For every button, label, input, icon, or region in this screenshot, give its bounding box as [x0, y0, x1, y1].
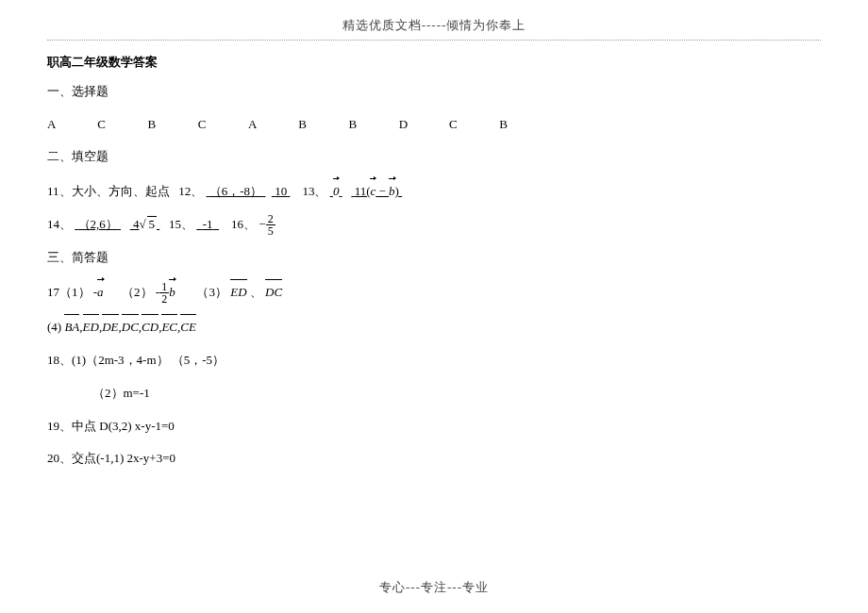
q17-4-vec: CD: [142, 314, 159, 340]
q13-lead: 13、: [302, 184, 326, 198]
q17-4-vec: BA: [64, 314, 79, 340]
q19-row: 19、中点 D(3,2) x-y-1=0: [47, 415, 821, 439]
q15-answer: -1: [196, 213, 219, 237]
q17-3-vec2: DC: [265, 279, 282, 305]
q17-3-sep: 、: [250, 285, 262, 299]
q13-answer-a: 0: [330, 178, 342, 204]
fill-blank-row-2: 14、 （2,6） 45 15、 -1 16、 −25: [47, 213, 821, 238]
mc-answer: C: [97, 113, 144, 137]
mc-answer: C: [449, 113, 496, 137]
q17-4-row: (4) BA,ED,DE,DC,CD,EC,CE: [47, 314, 821, 340]
document-title: 职高二年级数学答案: [47, 54, 821, 71]
mc-answer: B: [148, 113, 195, 137]
mc-answer: B: [298, 113, 345, 137]
q17-1-label: 17（1）: [47, 285, 91, 299]
section1-label: 一、选择题: [47, 80, 821, 104]
q14-answer-b: 45: [130, 213, 160, 237]
q12-answer-b: 10: [272, 180, 291, 204]
q17-2-label: （2）: [122, 285, 153, 299]
q18-row-b: （2）m=-1: [47, 382, 821, 406]
document-page: 精选优质文档-----倾情为你奉上 职高二年级数学答案 一、选择题 A C B …: [0, 0, 868, 471]
mc-answer: B: [499, 113, 546, 137]
q14-answer-a: （2,6）: [75, 213, 121, 237]
q17-3-vec1: ED: [230, 279, 246, 305]
page-footer: 专心---专注---专业: [0, 579, 868, 596]
multiple-choice-answers: A C B C A B B D C B: [47, 113, 821, 137]
q11-text: 11、大小、方向、起点: [47, 184, 170, 198]
q17-3-label: （3）: [196, 285, 227, 299]
mc-answer: A: [47, 113, 94, 137]
q17-4-vec: ED: [83, 314, 99, 340]
q12-answer-a: （6，-8）: [207, 180, 266, 204]
q16-lead: 16、: [231, 217, 256, 231]
mc-answer: C: [198, 113, 245, 137]
q14-lead: 14、: [47, 217, 72, 231]
page-header: 精选优质文档-----倾情为你奉上: [47, 17, 821, 34]
fill-blank-row-1: 11、大小、方向、起点 12、 （6，-8） 10 13、 0 11(c − b…: [47, 178, 821, 204]
mc-answer: D: [399, 113, 446, 137]
q17-4-vec: DE: [102, 314, 118, 340]
header-divider: [47, 40, 821, 41]
q13-answer-b: 11(c − b): [351, 178, 402, 204]
q18-row-a: 18、(1)（2m-3，4-m） （5，-5）: [47, 349, 821, 373]
q17-4-vec: EC: [161, 314, 177, 340]
section2-label: 二、填空题: [47, 145, 821, 169]
q16-answer: −25: [259, 217, 275, 231]
q17-row: 17（1） -a （2） -12b （3） ED 、 DC: [47, 279, 821, 306]
q17-1-answer: -a: [93, 285, 104, 299]
q17-4-vec: CE: [180, 314, 196, 340]
mc-answer: A: [248, 113, 295, 137]
q17-2-answer: -12b: [156, 285, 175, 299]
q12-lead: 12、: [178, 184, 203, 198]
q20-row: 20、交点(-1,1) 2x-y+3=0: [47, 447, 821, 471]
section3-label: 三、简答题: [47, 246, 821, 270]
q15-lead: 15、: [169, 217, 193, 231]
q17-4-vec: DC: [122, 314, 139, 340]
q17-4-label: (4): [47, 320, 61, 334]
mc-answer: B: [349, 113, 396, 137]
